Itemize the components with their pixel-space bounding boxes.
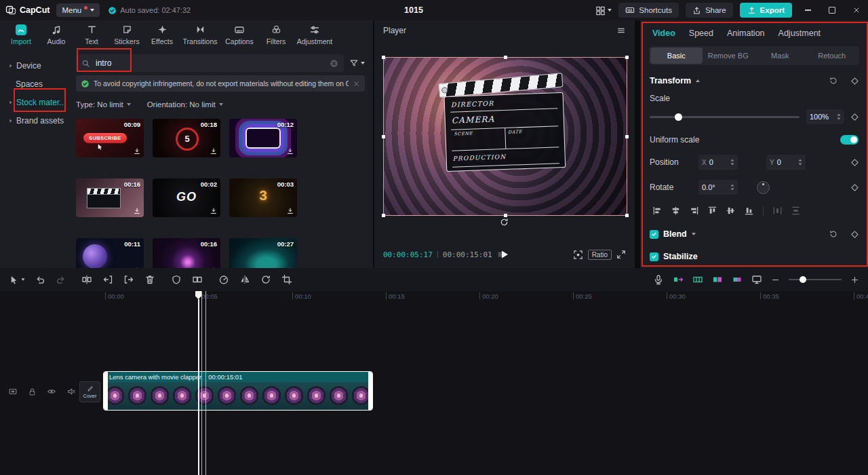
stock-video-thumbnail[interactable]: 3 00:03 xyxy=(229,178,297,217)
stabilize-checkbox[interactable] xyxy=(650,252,658,261)
dismiss-notice-icon[interactable] xyxy=(353,80,360,88)
download-icon[interactable] xyxy=(210,147,218,155)
align-center-vertical-icon[interactable] xyxy=(723,204,738,217)
clear-search-icon[interactable] xyxy=(330,59,338,68)
crop-icon[interactable] xyxy=(281,274,292,285)
preview-axis-icon[interactable] xyxy=(712,274,723,285)
player-menu-icon[interactable] xyxy=(616,26,626,35)
download-icon[interactable] xyxy=(133,147,141,155)
tab-video[interactable]: Video xyxy=(652,28,675,38)
select-tool-button[interactable] xyxy=(9,275,25,285)
timeline-ruler[interactable]: 00:00 00:05 00:10 00:15 00:20 00:25 00:3… xyxy=(0,291,868,303)
subtab-mask[interactable]: Mask xyxy=(754,48,806,64)
preview-quality-icon[interactable] xyxy=(573,250,583,260)
stepper-icons[interactable] xyxy=(730,184,734,191)
delete-right-icon[interactable] xyxy=(123,274,134,285)
transform-handle[interactable] xyxy=(382,135,385,138)
speed-icon[interactable] xyxy=(218,274,229,285)
align-center-horizontal-icon[interactable] xyxy=(668,204,684,217)
tab-adjustment-props[interactable]: Adjustment xyxy=(778,28,821,38)
keyframe-diamond-icon[interactable] xyxy=(851,231,859,238)
align-top-icon[interactable] xyxy=(705,204,720,217)
split-view-icon[interactable] xyxy=(732,274,743,285)
redo-icon[interactable] xyxy=(56,275,66,285)
tab-text[interactable]: Text xyxy=(75,24,108,45)
stock-video-thumbnail[interactable]: 5 00:18 xyxy=(153,119,220,157)
scale-slider[interactable] xyxy=(650,116,800,118)
distribute-horizontal-icon[interactable] xyxy=(770,204,785,217)
menu-button[interactable]: Menu xyxy=(56,3,100,17)
ratio-button[interactable]: Ratio xyxy=(588,250,612,260)
stock-video-thumbnail[interactable]: GO 00:02 xyxy=(153,178,220,217)
subtab-remove-bg[interactable]: Remove BG xyxy=(703,48,755,64)
mirror-icon[interactable] xyxy=(239,274,250,285)
mask-icon[interactable] xyxy=(171,274,182,285)
rotate-handle-icon[interactable] xyxy=(499,217,509,227)
stock-video-thumbnail[interactable]: 00:16 xyxy=(153,238,220,271)
download-icon[interactable] xyxy=(286,147,294,155)
search-bar[interactable] xyxy=(76,54,344,72)
stock-video-thumbnail[interactable]: 00:16 xyxy=(76,178,144,217)
playhead-line[interactable] xyxy=(198,299,199,475)
distribute-vertical-icon[interactable] xyxy=(788,204,804,217)
display-mode-icon[interactable] xyxy=(751,274,762,285)
keyframe-diamond-icon[interactable] xyxy=(851,77,859,85)
keyframe-diamond-icon[interactable] xyxy=(851,159,859,166)
orientation-filter-dropdown[interactable]: Orientation: No limit xyxy=(147,100,223,109)
rotate-clip-icon[interactable] xyxy=(260,274,271,285)
tab-adjustment[interactable]: Adjustment xyxy=(294,24,335,45)
toggle-visibility-icon[interactable] xyxy=(47,387,56,396)
sidebar-item-device[interactable]: Device xyxy=(0,56,72,75)
split-icon[interactable] xyxy=(81,274,92,285)
align-left-icon[interactable] xyxy=(650,204,665,217)
transform-handle[interactable] xyxy=(625,56,629,59)
position-x-box[interactable]: X 0 xyxy=(698,155,738,170)
delete-icon[interactable] xyxy=(144,274,155,285)
position-y-box[interactable]: Y 0 xyxy=(766,155,806,170)
transform-handle[interactable] xyxy=(504,56,507,59)
voiceover-mic-icon[interactable] xyxy=(653,274,664,285)
tab-stickers[interactable]: Stickers xyxy=(110,24,144,45)
lock-icon[interactable] xyxy=(28,387,37,396)
timeline-zoom-slider[interactable] xyxy=(789,279,842,280)
maximize-button[interactable] xyxy=(823,0,841,20)
expand-caret-icon[interactable] xyxy=(692,233,696,235)
delete-left-icon[interactable] xyxy=(102,274,113,285)
video-clip[interactable]: Lens camera with movie clapper 00:00:15:… xyxy=(103,371,373,411)
video-preview[interactable]: DIRECTOR CAMERA SCENE DATE PRODUCTION xyxy=(383,57,627,216)
reset-transform-icon[interactable] xyxy=(829,76,838,86)
filter-button[interactable] xyxy=(349,58,365,68)
subtab-retouch[interactable]: Retouch xyxy=(806,48,859,64)
download-icon[interactable] xyxy=(286,207,294,215)
tab-filters[interactable]: Filters xyxy=(259,24,293,45)
blend-checkbox[interactable] xyxy=(650,230,658,239)
tab-import[interactable]: Import xyxy=(4,24,38,45)
transform-handle[interactable] xyxy=(382,56,385,59)
stock-video-thumbnail[interactable]: 00:12 xyxy=(229,119,297,157)
stepper-icons[interactable] xyxy=(798,159,802,166)
layout-switch-button[interactable] xyxy=(595,5,612,16)
reset-blend-icon[interactable] xyxy=(829,229,838,239)
stock-video-thumbnail[interactable]: 00:27 xyxy=(229,238,297,271)
type-filter-dropdown[interactable]: Type: No limit xyxy=(76,100,131,109)
export-button[interactable]: Export xyxy=(740,3,792,18)
slider-handle[interactable] xyxy=(800,276,806,283)
align-bottom-icon[interactable] xyxy=(741,204,757,217)
transform-handle[interactable] xyxy=(382,214,385,217)
tab-transitions[interactable]: Transitions xyxy=(180,24,220,45)
timeline-tracks[interactable]: Cover Lens camera with movie clapper 00:… xyxy=(0,303,868,475)
uniform-scale-toggle[interactable] xyxy=(840,135,859,145)
transform-handle[interactable] xyxy=(625,135,629,138)
minimize-button[interactable] xyxy=(799,0,816,20)
sidebar-item-stock-materials[interactable]: Stock mater.. xyxy=(0,93,72,111)
freeze-frame-icon[interactable] xyxy=(192,274,203,285)
tab-effects[interactable]: Effects xyxy=(145,24,179,45)
slider-handle[interactable] xyxy=(675,113,682,121)
sidebar-item-brand-assets[interactable]: Brand assets xyxy=(0,111,72,130)
subtab-basic[interactable]: Basic xyxy=(650,48,703,64)
zoom-in-icon[interactable] xyxy=(850,276,859,284)
download-icon[interactable] xyxy=(210,207,218,215)
sidebar-item-spaces[interactable]: Spaces xyxy=(0,75,72,93)
stepper-icons[interactable] xyxy=(837,113,841,120)
download-icon[interactable] xyxy=(133,207,141,215)
